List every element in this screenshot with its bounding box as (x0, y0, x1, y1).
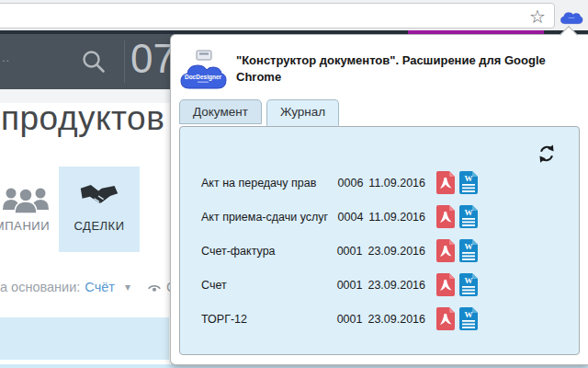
document-number: 0006 (338, 177, 364, 190)
document-number: 0004 (338, 211, 364, 224)
document-name: Акт на передачу прав (201, 177, 338, 190)
based-on-value-link[interactable]: Счёт (85, 280, 115, 294)
pdf-file-icon (435, 238, 456, 263)
page-bottom-line (0, 364, 588, 368)
journal-rows: Акт на передачу прав 0006 11.09.2016 (201, 166, 479, 336)
svg-text:W: W (465, 174, 473, 183)
popup-header: DocDesigner "Конструктор документов". Ра… (178, 50, 573, 90)
svg-text:W: W (465, 310, 473, 319)
word-file-icon: W (458, 238, 479, 263)
pdf-file-icon (435, 170, 456, 195)
based-on-label: на основании: (0, 280, 80, 294)
popup-title: "Конструктор документов". Расширение для… (236, 52, 547, 90)
svg-text:W: W (465, 242, 473, 251)
nav-deals-label: СДЕЛКИ (59, 219, 140, 233)
header-dots-text: .. (2, 51, 10, 64)
antenna-icon (145, 281, 164, 293)
companies-people-icon[interactable] (1, 185, 51, 218)
document-number: 0001 (337, 313, 363, 326)
svg-text:W: W (465, 208, 473, 217)
pdf-download-button[interactable] (435, 170, 456, 195)
document-name: Акт приема-сдачи услуг (201, 211, 338, 224)
word-download-button[interactable]: W (458, 272, 479, 297)
journal-row: Акт на передачу прав 0006 11.09.2016 (201, 166, 479, 200)
pdf-file-icon (435, 204, 456, 229)
pdf-download-button[interactable] (435, 306, 456, 331)
pdf-download-button[interactable] (435, 204, 456, 229)
refresh-button[interactable] (535, 142, 559, 166)
bookmark-star-icon[interactable]: ☆ (529, 5, 546, 29)
extension-button[interactable] (559, 4, 584, 28)
address-bar[interactable]: ☆ (0, 3, 555, 29)
pdf-file-icon (435, 306, 456, 331)
chevron-down-icon[interactable]: ▾ (125, 281, 130, 293)
word-download-button[interactable]: W (458, 238, 479, 263)
word-download-button[interactable]: W (458, 204, 479, 229)
document-name: ТОРГ-12 (201, 313, 337, 326)
journal-row: Акт приема-сдачи услуг 0004 11.09.2016 (201, 200, 479, 234)
pdf-file-icon (435, 272, 456, 297)
journal-row: Счет-фактура 0001 23.09.2016 (201, 234, 479, 268)
based-on-row: на основании: Счёт ▾ С (0, 280, 175, 294)
refresh-icon (537, 144, 557, 164)
docdesigner-logo: DocDesigner (178, 50, 228, 90)
word-file-icon: W (458, 170, 479, 195)
word-file-icon: W (458, 204, 479, 229)
tab-document[interactable]: Документ (179, 99, 262, 124)
popup-tabs: Документ Журнал (179, 99, 339, 124)
page-blue-band (0, 317, 169, 360)
word-download-button[interactable]: W (458, 170, 479, 195)
document-name: Счет (201, 279, 337, 292)
nav-companies-label[interactable]: КОМПАНИИ (0, 219, 50, 233)
tab-journal[interactable]: Журнал (266, 99, 339, 126)
browser-toolbar: ☆ (0, 0, 588, 30)
journal-row: ТОРГ-12 0001 23.09.2016 (201, 302, 479, 336)
document-number: 0001 (337, 245, 363, 258)
document-date: 11.09.2016 (368, 177, 425, 190)
pdf-download-button[interactable] (435, 238, 456, 263)
docdesigner-extension-icon (560, 6, 583, 25)
extension-popup: DocDesigner "Конструктор документов". Ра… (171, 35, 588, 364)
journal-row: Счет 0001 23.09.2016 (201, 268, 479, 302)
document-number: 0001 (337, 279, 363, 292)
search-icon[interactable] (81, 49, 107, 75)
document-date: 23.09.2016 (368, 245, 425, 258)
word-file-icon: W (458, 272, 479, 297)
document-name: Счет-фактура (201, 245, 337, 258)
word-file-icon: W (458, 306, 479, 331)
document-date: 11.09.2016 (368, 211, 425, 224)
logo-text: DocDesigner (185, 74, 222, 81)
phone-number-partial: 07 (130, 36, 175, 82)
screen: ☆ .. 07 продуктов 1 КОМПАНИИ (0, 0, 588, 368)
word-download-button[interactable]: W (458, 306, 479, 331)
nav-deals-tab[interactable]: СДЕЛКИ (59, 167, 140, 252)
document-date: 23.09.2016 (368, 313, 425, 326)
document-date: 23.09.2016 (368, 279, 425, 292)
svg-text:W: W (465, 276, 473, 285)
journal-panel: Акт на передачу прав 0006 11.09.2016 (179, 126, 580, 355)
pdf-download-button[interactable] (435, 272, 456, 297)
handshake-icon (78, 181, 120, 209)
page-headline-partial: продуктов 1 (1, 99, 194, 138)
header-divider (124, 40, 125, 83)
